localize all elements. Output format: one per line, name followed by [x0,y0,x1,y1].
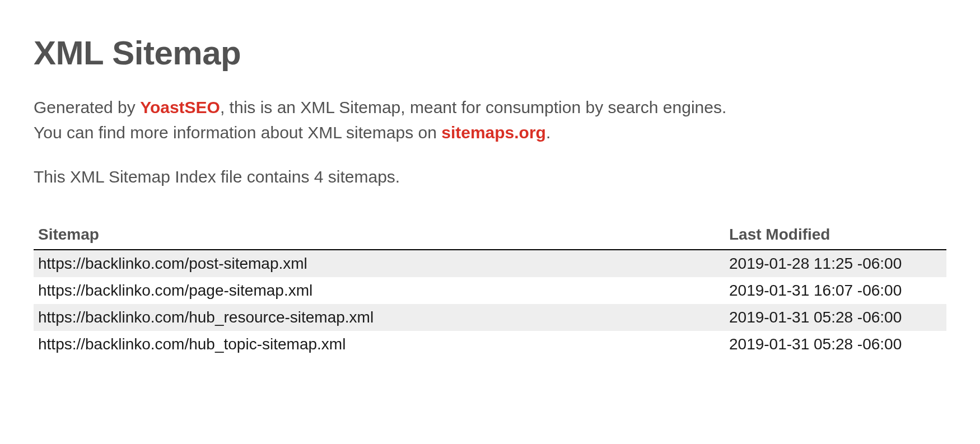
sitemap-last-modified: 2019-01-31 05:28 -06:00 [725,331,946,358]
table-row: https://backlinko.com/page-sitemap.xml 2… [34,277,946,304]
sitemap-url-link[interactable]: https://backlinko.com/hub_topic-sitemap.… [38,335,346,353]
sitemap-last-modified: 2019-01-31 05:28 -06:00 [725,304,946,331]
intro-text-line2-prefix: You can find more information about XML … [34,123,441,142]
table-row: https://backlinko.com/hub_resource-sitem… [34,304,946,331]
column-header-last-modified: Last Modified [725,220,946,250]
sitemap-count-line: This XML Sitemap Index file contains 4 s… [34,167,946,186]
sitemapsorg-link[interactable]: sitemaps.org [441,123,546,142]
intro-paragraph: Generated by YoastSEO, this is an XML Si… [34,95,946,145]
yoastseo-link[interactable]: YoastSEO [140,98,220,116]
column-header-sitemap: Sitemap [34,220,725,250]
sitemap-url-link[interactable]: https://backlinko.com/page-sitemap.xml [38,282,312,299]
table-row: https://backlinko.com/post-sitemap.xml 2… [34,250,946,277]
sitemap-table: Sitemap Last Modified https://backlinko.… [34,220,946,358]
intro-text-line2-suffix: . [546,123,550,142]
sitemap-url-link[interactable]: https://backlinko.com/hub_resource-sitem… [38,309,374,326]
sitemap-url-link[interactable]: https://backlinko.com/post-sitemap.xml [38,255,307,272]
intro-text-prefix: Generated by [34,98,140,116]
table-row: https://backlinko.com/hub_topic-sitemap.… [34,331,946,358]
page-title: XML Sitemap [34,34,946,72]
intro-text-mid1: , this is an XML Sitemap, meant for cons… [220,98,726,116]
sitemap-last-modified: 2019-01-28 11:25 -06:00 [725,250,946,277]
sitemap-last-modified: 2019-01-31 16:07 -06:00 [725,277,946,304]
